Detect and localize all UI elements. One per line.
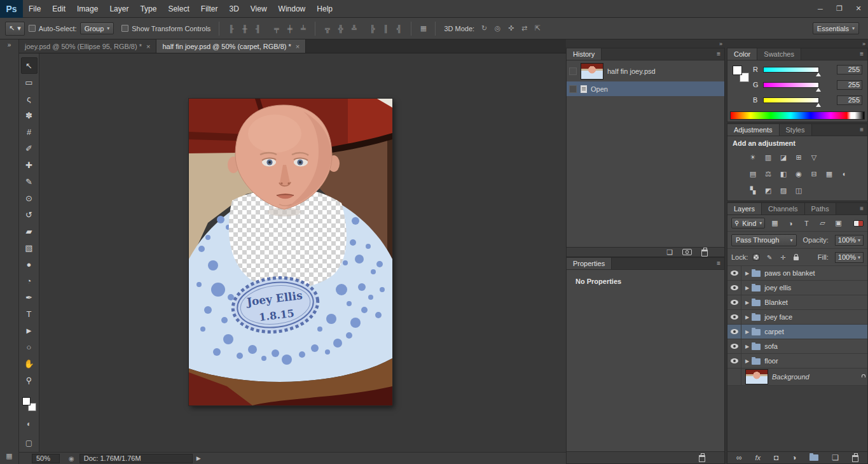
move-tool[interactable]: ↖ bbox=[21, 57, 38, 74]
delete-state-icon[interactable] bbox=[701, 250, 708, 257]
restore-button[interactable]: ❐ bbox=[830, 0, 849, 18]
posterize-icon[interactable]: ▚ bbox=[747, 185, 759, 196]
layer-row-joey-ellis[interactable]: ▶ joey ellis bbox=[727, 281, 867, 295]
foreground-background-colors[interactable] bbox=[22, 397, 36, 411]
tab-layers[interactable]: Layers bbox=[727, 203, 762, 214]
exposure-icon[interactable]: ⊞ bbox=[792, 151, 805, 163]
lasso-tool[interactable]: ς bbox=[21, 90, 38, 107]
foreground-color-swatch[interactable] bbox=[22, 397, 31, 405]
new-group-icon[interactable] bbox=[809, 454, 818, 461]
red-value-field[interactable]: 255 bbox=[837, 65, 862, 74]
black-white-icon[interactable]: ◧ bbox=[777, 168, 790, 179]
rectangular-marquee-tool[interactable]: ▭ bbox=[21, 74, 38, 90]
delete-icon[interactable] bbox=[699, 455, 705, 462]
distribute-horizontal-centers-icon[interactable]: ║ bbox=[379, 22, 392, 35]
photo-filter-icon[interactable]: ◉ bbox=[792, 168, 805, 179]
expand-chevron-icon[interactable]: ▶ bbox=[745, 285, 749, 291]
layer-row-carpet-selected[interactable]: ▶ carpet bbox=[727, 325, 867, 339]
visibility-toggle[interactable] bbox=[727, 369, 741, 385]
show-transform-controls-checkbox[interactable] bbox=[121, 25, 128, 32]
close-tab-icon[interactable]: × bbox=[146, 43, 150, 50]
3d-slide-icon[interactable]: ⇄ bbox=[518, 22, 531, 35]
close-tab-icon[interactable]: × bbox=[296, 43, 300, 50]
threshold-icon[interactable]: ◩ bbox=[762, 185, 775, 196]
eraser-tool[interactable]: ▰ bbox=[21, 223, 38, 239]
zoom-tool[interactable]: ⚲ bbox=[21, 372, 38, 388]
tab-styles[interactable]: Styles bbox=[780, 124, 812, 136]
distribute-left-edges-icon[interactable]: ╠ bbox=[366, 22, 379, 35]
color-balance-icon[interactable]: ⚖ bbox=[762, 168, 775, 179]
opacity-field[interactable]: 100% ▾ bbox=[835, 235, 864, 246]
delete-layer-icon[interactable] bbox=[852, 455, 858, 462]
history-state-row-open[interactable]: Open bbox=[567, 81, 724, 96]
menu-edit[interactable]: Edit bbox=[46, 0, 71, 18]
panel-menu-icon[interactable]: ≡ bbox=[717, 258, 724, 269]
quick-selection-tool[interactable]: ✽ bbox=[21, 107, 38, 123]
link-layers-icon[interactable]: ∞ bbox=[736, 453, 742, 462]
expand-chevron-icon[interactable]: ▶ bbox=[745, 344, 749, 349]
crop-tool[interactable]: # bbox=[21, 123, 38, 140]
visibility-toggle[interactable] bbox=[727, 281, 741, 295]
distribute-vertical-centers-icon[interactable]: ╬ bbox=[334, 22, 347, 35]
auto-select-target-dropdown[interactable]: Group ▾ bbox=[80, 22, 114, 34]
tab-paths[interactable]: Paths bbox=[805, 203, 836, 214]
visibility-toggle[interactable] bbox=[727, 354, 741, 368]
tab-channels[interactable]: Channels bbox=[762, 203, 804, 214]
menu-select[interactable]: Select bbox=[162, 0, 195, 18]
slider-handle[interactable] bbox=[816, 88, 821, 92]
close-button[interactable]: ✕ bbox=[849, 0, 868, 18]
new-layer-icon[interactable]: ❏ bbox=[832, 453, 839, 462]
collapse-panels-icon[interactable]: » bbox=[719, 41, 722, 47]
filter-pixel-layers-icon[interactable]: ▦ bbox=[768, 218, 781, 229]
filter-shape-layers-icon[interactable]: ▱ bbox=[816, 218, 829, 229]
vibrance-icon[interactable]: ▽ bbox=[808, 151, 820, 163]
blend-mode-dropdown[interactable]: Pass Through ▾ bbox=[731, 234, 797, 246]
auto-align-layers-icon[interactable]: ▦ bbox=[417, 22, 430, 35]
distribute-bottom-edges-icon[interactable]: ╩ bbox=[347, 22, 361, 35]
tool-preset-picker[interactable]: ↖ ▾ bbox=[5, 22, 25, 36]
layer-filter-kind-dropdown[interactable]: ⚲ Kind ▾ bbox=[731, 218, 765, 228]
tab-properties[interactable]: Properties bbox=[567, 258, 612, 269]
history-snapshot-row[interactable]: half fin joey.psd bbox=[567, 60, 724, 81]
menu-layer[interactable]: Layer bbox=[104, 0, 134, 18]
panel-menu-icon[interactable]: ≡ bbox=[717, 48, 724, 60]
menu-3d[interactable]: 3D bbox=[223, 0, 244, 18]
3d-drag-icon[interactable]: ✜ bbox=[504, 22, 518, 35]
minimize-button[interactable]: ─ bbox=[811, 0, 830, 18]
hand-tool[interactable]: ✋ bbox=[21, 355, 38, 372]
blue-value-field[interactable]: 255 bbox=[837, 95, 862, 105]
foreground-color-swatch[interactable] bbox=[733, 66, 742, 75]
layer-row-floor[interactable]: ▶ floor bbox=[727, 354, 867, 369]
filter-type-layers-icon[interactable]: T bbox=[800, 218, 813, 229]
expand-chevron-icon[interactable]: ▶ bbox=[745, 314, 749, 320]
align-bottom-edges-icon[interactable]: ╧ bbox=[296, 22, 310, 35]
visibility-toggle[interactable] bbox=[727, 325, 741, 339]
align-left-edges-icon[interactable]: ╟ bbox=[224, 22, 238, 35]
distribute-top-edges-icon[interactable]: ╦ bbox=[320, 22, 334, 35]
selective-color-icon[interactable]: ◫ bbox=[792, 185, 805, 196]
panel-menu-icon[interactable]: ≡ bbox=[860, 124, 867, 136]
3d-rotate-icon[interactable]: ↻ bbox=[478, 22, 491, 35]
layer-row-background[interactable]: Background bbox=[727, 369, 867, 386]
color-spectrum-ramp[interactable] bbox=[730, 111, 865, 120]
expand-chevron-icon[interactable]: ▶ bbox=[745, 358, 749, 364]
layer-filtering-toggle[interactable] bbox=[853, 220, 864, 227]
menu-window[interactable]: Window bbox=[273, 0, 312, 18]
path-selection-tool[interactable]: ► bbox=[21, 322, 38, 339]
menu-file[interactable]: File bbox=[23, 0, 46, 18]
new-snapshot-icon[interactable] bbox=[682, 249, 692, 255]
blue-slider[interactable] bbox=[763, 97, 819, 103]
add-layer-mask-icon[interactable]: ◘ bbox=[774, 453, 778, 462]
clone-stamp-tool[interactable]: ⊙ bbox=[21, 190, 38, 206]
green-slider[interactable] bbox=[763, 82, 819, 88]
slider-handle[interactable] bbox=[816, 73, 821, 76]
lock-image-icon[interactable]: ✎ bbox=[764, 252, 775, 262]
document-tab-joey[interactable]: joey.psd @ 50% (Ellipse 95, RGB/8) * × bbox=[19, 39, 156, 53]
document-canvas[interactable]: Joey Ellis 1.8.15 bbox=[189, 99, 392, 405]
menu-help[interactable]: Help bbox=[311, 0, 338, 18]
collapsed-panels-icon[interactable]: ▦ bbox=[6, 452, 12, 460]
invert-icon[interactable]: ◐ bbox=[838, 168, 851, 179]
eyedropper-tool[interactable]: ✐ bbox=[21, 140, 38, 157]
color-lookup-icon[interactable]: ▦ bbox=[823, 168, 836, 179]
lock-all-icon[interactable] bbox=[791, 252, 801, 262]
